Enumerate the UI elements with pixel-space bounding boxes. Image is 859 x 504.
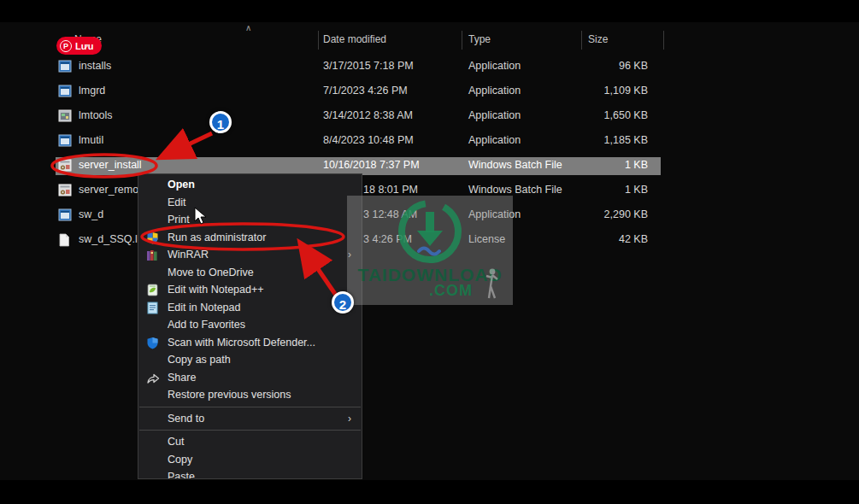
- column-separator: [663, 31, 664, 50]
- file-size: 96 KB: [528, 60, 648, 72]
- menu-item-edit-in-notepad[interactable]: Edit in Notepad: [138, 299, 362, 317]
- screenshot-stage: ∧ NameDate modifiedTypeSize installs3/17…: [0, 0, 859, 504]
- menu-item-label: WinRAR: [168, 249, 209, 261]
- menu-item-label: Edit: [168, 196, 186, 208]
- menu-item-label: Print: [168, 214, 190, 226]
- file-row-lmgrd[interactable]: lmgrd7/1/2023 4:26 PMApplication1,109 KB: [56, 79, 664, 103]
- menu-item-label: Move to OneDrive: [168, 267, 254, 278]
- file-date-modified: 18 8:01 PM: [363, 184, 418, 196]
- file-row-lmutil[interactable]: lmutil8/4/2023 10:48 PMApplication1,185 …: [56, 128, 664, 153]
- menu-item-label: Send to: [168, 413, 204, 425]
- menu-item-label: Restore previous versions: [168, 389, 291, 401]
- app-window-icon: [58, 134, 72, 147]
- file-size: 42 KB: [528, 233, 648, 245]
- menu-item-label: Copy as path: [168, 354, 231, 366]
- column-header-size[interactable]: Size: [588, 33, 608, 45]
- menu-item-print[interactable]: Print: [138, 211, 362, 229]
- file-type: Application: [468, 85, 521, 97]
- file-date-modified: 10/16/2018 7:37 PM: [323, 159, 420, 171]
- menu-item-label: Add to Favorites: [168, 319, 245, 331]
- file-size: 1,185 KB: [528, 134, 648, 146]
- menu-item-label: Edit in Notepad: [168, 302, 240, 314]
- file-size: 1,650 KB: [528, 109, 648, 121]
- batch-file-icon: [58, 184, 72, 196]
- column-separator: [581, 31, 582, 50]
- menu-item-copy-as-path[interactable]: Copy as path: [138, 351, 362, 369]
- winrar-icon: [146, 249, 159, 261]
- menu-item-cut[interactable]: Cut: [138, 433, 362, 451]
- file-type: Application: [468, 134, 521, 146]
- pinterest-save-label: Lưu: [75, 41, 93, 51]
- share-icon: [146, 372, 159, 384]
- menu-item-winrar[interactable]: WinRAR›: [138, 246, 362, 264]
- menu-item-scan-with-microsoft-defender[interactable]: Scan with Microsoft Defender...: [138, 334, 362, 352]
- menu-item-share[interactable]: Share: [138, 369, 362, 387]
- file-date-modified: 8/4/2023 10:48 PM: [323, 134, 414, 146]
- app-window-icon: [58, 85, 72, 97]
- menu-separator: [139, 430, 361, 431]
- column-separator: [318, 31, 319, 50]
- menu-item-label: Scan with Microsoft Defender...: [168, 337, 315, 349]
- file-size: 1 KB: [528, 159, 648, 171]
- file-name: installs: [79, 60, 111, 72]
- pinterest-icon: P: [60, 40, 72, 52]
- column-header-date-modified[interactable]: Date modified: [323, 33, 386, 45]
- uac-shield-icon: [146, 231, 159, 244]
- menu-item-label: Run as administrator: [168, 231, 266, 243]
- file-name: lmgrd: [79, 85, 105, 97]
- watermark-box: TAIDOWNLOAD .COM: [347, 196, 513, 305]
- column-separator: [462, 31, 462, 50]
- file-date-modified: 3/14/2012 8:38 AM: [323, 109, 413, 121]
- watermark-tld-text: .COM: [429, 282, 473, 300]
- defender-shield-icon: [146, 337, 159, 349]
- menu-item-move-to-onedrive[interactable]: Move to OneDrive: [138, 264, 362, 282]
- file-type: Application: [468, 109, 521, 121]
- file-type: Application: [468, 60, 521, 72]
- context-menu: OpenEditPrintRun as administratorWinRAR›…: [138, 173, 362, 479]
- batch-file-icon: [58, 159, 72, 172]
- license-file-icon: [58, 233, 72, 246]
- menu-item-label: Share: [168, 372, 196, 384]
- notepad-plus-plus-icon: [146, 284, 159, 296]
- menu-item-restore-previous-versions[interactable]: Restore previous versions: [138, 386, 362, 404]
- menu-separator: [139, 407, 361, 407]
- file-row-installs[interactable]: installs3/17/2015 7:18 PMApplication96 K…: [56, 54, 664, 79]
- file-size: 2,290 KB: [528, 208, 648, 220]
- menu-item-label: Edit with Notepad++: [168, 284, 264, 296]
- menu-item-label: Open: [168, 179, 195, 190]
- column-header-type[interactable]: Type: [468, 33, 491, 45]
- file-size: 1 KB: [528, 184, 648, 196]
- app-window-icon: [58, 60, 72, 73]
- notepad-icon: [146, 302, 159, 314]
- menu-item-paste[interactable]: Paste: [138, 468, 362, 479]
- file-name: lmutil: [79, 134, 103, 146]
- download-icon: [391, 198, 468, 268]
- file-date-modified: 3/17/2015 7:18 PM: [323, 60, 414, 72]
- column-headers: ∧ NameDate modifiedTypeSize: [56, 31, 664, 50]
- menu-item-label: Cut: [168, 436, 184, 448]
- menu-item-edit[interactable]: Edit: [138, 194, 362, 212]
- file-name: server_install: [79, 159, 142, 171]
- menu-item-copy[interactable]: Copy: [138, 451, 362, 469]
- file-date-modified: 7/1/2023 4:26 PM: [323, 85, 408, 97]
- menu-item-send-to[interactable]: Send to›: [138, 410, 362, 428]
- menu-item-run-as-administrator[interactable]: Run as administrator: [138, 229, 362, 247]
- file-row-lmtools[interactable]: lmtools3/14/2012 8:38 AMApplication1,650…: [56, 103, 664, 128]
- menu-item-open[interactable]: Open: [138, 176, 362, 194]
- file-name: sw_d_SSQ.lic: [79, 233, 145, 245]
- file-size: 1,109 KB: [528, 85, 648, 97]
- menu-item-add-to-favorites[interactable]: Add to Favorites: [138, 316, 362, 334]
- menu-item-label: Paste: [168, 471, 195, 479]
- file-name: sw_d: [79, 208, 103, 220]
- chevron-right-icon: ›: [348, 410, 351, 428]
- sort-ascending-icon[interactable]: ∧: [245, 23, 251, 32]
- menu-item-label: Copy: [168, 454, 192, 466]
- tools-window-icon: [58, 109, 72, 122]
- file-name: lmtools: [79, 109, 113, 121]
- pinterest-save-button[interactable]: P Lưu: [56, 37, 102, 55]
- app-window-icon: [58, 208, 72, 221]
- golfer-graphic: [482, 267, 501, 305]
- menu-item-edit-with-notepad[interactable]: Edit with Notepad++: [138, 281, 362, 299]
